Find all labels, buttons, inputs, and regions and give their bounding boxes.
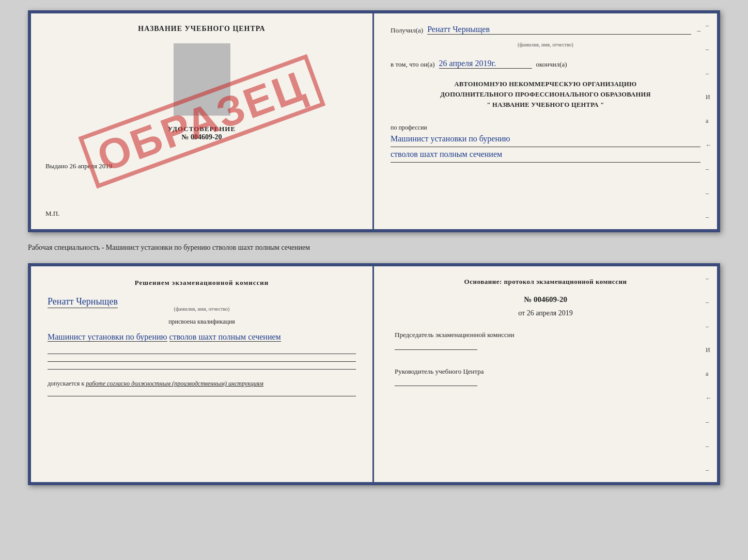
bottom-chairman-sign-line (395, 349, 477, 350)
bottom-left-page: Решением экзаменационной комиссии Ренатт… (31, 266, 374, 482)
cert-vydano-date: 26 апреля 2019 (70, 162, 113, 170)
bottom-line-4 (48, 396, 356, 396)
bottom-line-3 (48, 369, 356, 370)
bottom-chairman-label: Председатель экзаменационной комиссии (395, 330, 696, 340)
bottom-line-1 (48, 354, 356, 354)
bottom-допуск-italic: работе согласно должностным (производств… (86, 380, 263, 387)
cert-school-title: НАЗВАНИЕ УЧЕБНОГО ЦЕНТРА (138, 25, 265, 33)
specialty-label: Рабочая специальность - Машинист установ… (28, 242, 310, 254)
document-container: НАЗВАНИЕ УЧЕБНОГО ЦЕНТРА УДОСТОВЕРЕНИЕ №… (28, 10, 720, 485)
bottom-right-page: Основание: протокол экзаменационной коми… (374, 266, 717, 482)
bottom-допуск: допускается к работе согласно должностны… (48, 379, 356, 389)
cert-vtom-label: в том, что он(а) (391, 60, 435, 69)
bottom-head-label: Руководитель учебного Центра (395, 366, 696, 377)
cert-left-page: НАЗВАНИЕ УЧЕБНОГО ЦЕНТРА УДОСТОВЕРЕНИЕ №… (31, 13, 374, 229)
bottom-protocol-number: № 004609-20 (395, 295, 696, 304)
cert-margin-marks: – – – И а ← – – – (706, 13, 712, 229)
bottom-line-2 (48, 361, 356, 362)
bottom-assigned-label: присвоена квалификация (48, 318, 356, 326)
cert-vtom-row: в том, что он(а) 26 апреля 2019г. окончи… (391, 59, 700, 69)
bottom-name-block: Ренатт Черныщев (фамилия, имя, отчество) (48, 296, 356, 312)
cert-profession-label: по профессии (391, 124, 427, 131)
bottom-profession-hw-1: Машинист установки по бурению (48, 332, 167, 342)
bottom-profession-block: Машинист установки по бурению стволов ша… (48, 330, 356, 345)
bottom-title: Решением экзаменационной комиссии (48, 278, 356, 288)
cert-profession-block: по профессии Машинист установки по бурен… (391, 122, 700, 163)
certificate-book: НАЗВАНИЕ УЧЕБНОГО ЦЕНТРА УДОСТОВЕРЕНИЕ №… (28, 10, 720, 232)
bottom-lines (48, 354, 356, 370)
cert-date: 26 апреля 2019г. (439, 59, 532, 69)
cert-udost-block: УДОСТОВЕРЕНИЕ № 004609-20 (168, 125, 236, 141)
bottom-margin-marks: – – – И а ← – – – (706, 266, 712, 482)
cert-number: № 004609-20 (168, 133, 236, 141)
bottom-osnov-label: Основание: протокол экзаменационной коми… (395, 278, 696, 286)
cert-recipient-name: Ренатт Черныщев (427, 25, 691, 35)
cert-profession-hw-2: стволов шахт полным сечением (391, 147, 700, 163)
photo-placeholder (174, 43, 230, 116)
bottom-profession-hw-2: стволов шахт полным сечением (169, 332, 281, 342)
cert-vydano: Выдано 26 апреля 2019 (45, 162, 112, 170)
bottom-protocol-date: от 26 апреля 2019 (395, 309, 696, 317)
cert-okonchil-label: окончил(а) (536, 60, 567, 69)
bottom-recipient-name: Ренатт Черныщев (48, 296, 118, 308)
cert-profession-hw-1: Машинист установки по бурению (391, 132, 700, 147)
cert-mp: М.П. (45, 210, 59, 218)
cert-udost-label: УДОСТОВЕРЕНИЕ (168, 125, 236, 133)
cert-name-sublabel: (фамилия, имя, отчество) (391, 42, 700, 47)
bottom-head-sign-line (395, 386, 477, 386)
cert-body-text: АВТОНОМНУЮ НЕКОММЕРЧЕСКУЮ ОРГАНИЗАЦИЮ ДО… (391, 79, 700, 110)
cert-right-page: Получил(а) Ренатт Черныщев – (фамилия, и… (374, 13, 717, 229)
bottom-book: Решением экзаменационной комиссии Ренатт… (28, 263, 720, 485)
cert-poluchil-row: Получил(а) Ренатт Черныщев – (391, 25, 700, 35)
cert-poluchil-label: Получил(а) (391, 26, 423, 35)
